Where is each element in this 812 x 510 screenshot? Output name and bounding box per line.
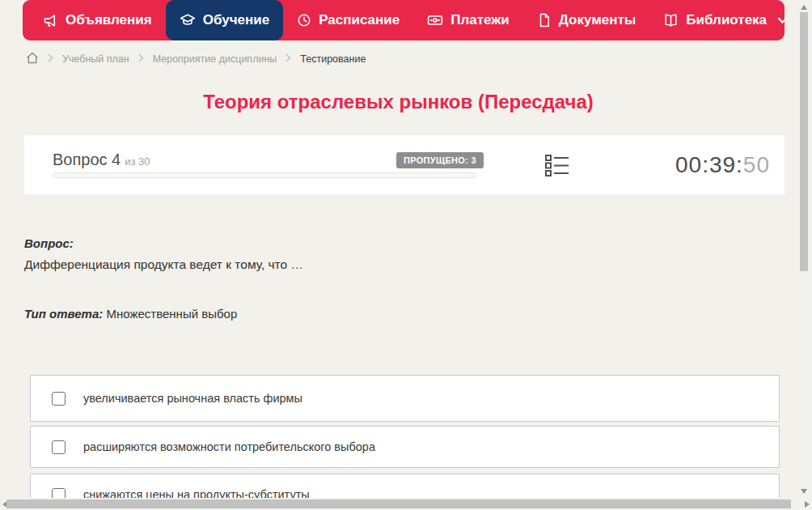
megaphone-icon <box>43 13 58 28</box>
question-panel: Вопрос 4из 30 ПРОПУЩЕНО: 3 00:39:50 <box>24 135 785 194</box>
answer-type-label: Тип ответа: <box>24 307 103 321</box>
question-total: из 30 <box>125 155 150 168</box>
nav-tab-announcements[interactable]: Объявления <box>29 0 166 40</box>
page-title: Теория отраслевых рынков (Пересдача) <box>0 91 797 113</box>
breadcrumb-curriculum[interactable]: Учебный план <box>62 53 129 65</box>
breadcrumb-discipline-event[interactable]: Мероприятие дисциплины <box>153 53 277 65</box>
option-checkbox[interactable] <box>52 392 66 406</box>
answer-type-row: Тип ответа: Множественный выбор <box>24 307 237 321</box>
nav-tab-label: Библиотека <box>686 12 767 28</box>
option-label: расширяются возможности потребительского… <box>83 440 375 453</box>
main-nav: Объявления Обучение Расписание Платежи Д… <box>23 0 785 40</box>
scroll-right-arrow[interactable] <box>805 501 810 508</box>
nav-tab-payments[interactable]: Платежи <box>413 0 523 40</box>
clock-icon <box>297 13 311 28</box>
nav-tab-learning[interactable]: Обучение <box>166 0 283 40</box>
nav-tab-label: Объявления <box>66 12 152 28</box>
chevron-down-icon <box>777 17 788 24</box>
question-number: Вопрос 4из 30 <box>53 151 150 169</box>
chevron-right-icon <box>138 53 144 65</box>
nav-tab-label: Платежи <box>450 12 510 28</box>
option-label: увеличивается рыночная власть фирмы <box>83 392 302 405</box>
nav-tab-label: Обучение <box>203 12 269 28</box>
nav-tab-documents[interactable]: Документы <box>523 0 650 40</box>
timer-seconds: 50 <box>743 152 770 177</box>
chevron-right-icon <box>48 53 53 65</box>
question-list-button[interactable] <box>545 155 569 176</box>
question-text: Дифференциация продукта ведет к тому, чт… <box>24 257 303 272</box>
timer-main: 00:39: <box>675 152 743 177</box>
progress-bar <box>53 172 476 178</box>
answer-type-value: Множественный выбор <box>106 307 237 321</box>
question-label: Вопрос: <box>24 236 74 250</box>
nav-tab-schedule[interactable]: Расписание <box>283 0 413 40</box>
document-icon <box>537 13 552 28</box>
scroll-down-arrow[interactable] <box>801 489 807 494</box>
vertical-scrollbar-thumb[interactable] <box>800 12 808 271</box>
scroll-up-arrow[interactable] <box>801 5 807 10</box>
answer-option[interactable]: увеличивается рыночная власть фирмы <box>30 375 780 422</box>
horizontal-scrollbar <box>0 498 812 510</box>
nav-tab-label: Документы <box>559 12 636 28</box>
graduation-cap-icon <box>180 12 196 28</box>
nav-tab-label: Расписание <box>319 12 400 28</box>
horizontal-scrollbar-thumb[interactable] <box>6 499 791 508</box>
chevron-right-icon <box>285 53 291 65</box>
money-icon <box>427 12 443 28</box>
book-icon <box>663 13 679 28</box>
answer-option[interactable]: расширяются возможности потребительского… <box>30 426 780 468</box>
breadcrumb: Учебный план Мероприятие дисциплины Тест… <box>26 51 366 67</box>
home-icon[interactable] <box>26 52 39 66</box>
vertical-scrollbar <box>797 0 812 510</box>
nav-tab-library[interactable]: Библиотека <box>649 0 801 40</box>
option-checkbox[interactable] <box>52 440 66 454</box>
timer: 00:39:50 <box>675 152 770 178</box>
skipped-badge: ПРОПУЩЕНО: 3 <box>396 152 484 168</box>
breadcrumb-testing: Тестирование <box>300 53 366 65</box>
